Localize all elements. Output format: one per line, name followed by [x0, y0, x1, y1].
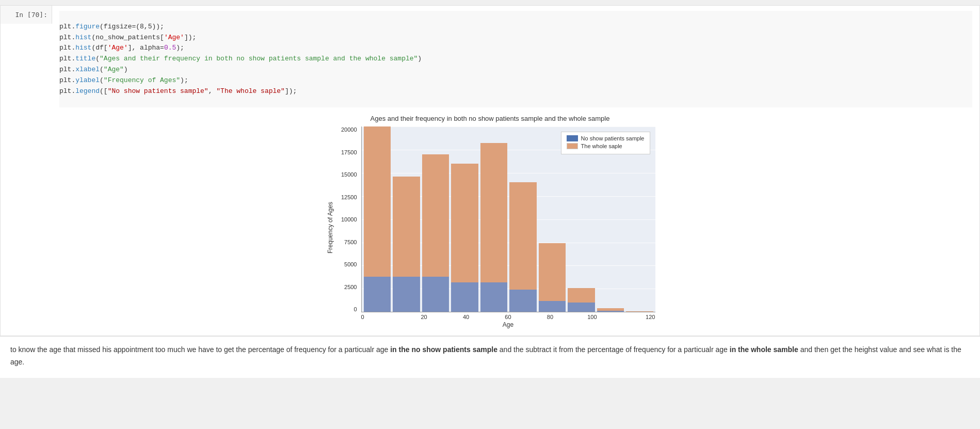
bar-group-4 — [479, 126, 509, 312]
x-tick-100: 100 — [571, 314, 613, 320]
x-axis-label: Age — [361, 321, 655, 328]
y-tick-17500: 17500 — [341, 149, 359, 155]
chart-wrapper: Ages and their frequency in both no show… — [325, 115, 655, 328]
code-line-5: plt.xlabel("Age") — [59, 66, 128, 73]
x-ticks-row: 0 20 40 60 80 100 120 — [361, 314, 655, 320]
y-tick-0: 0 — [354, 306, 359, 312]
text-middle: and the subtract it from the percentage … — [497, 345, 730, 354]
code-line-1: plt.figure(figsize=(8,5)); — [59, 23, 164, 30]
bar-fg-4 — [480, 282, 508, 312]
notebook-container: In [70]: plt.figure(figsize=(8,5)); plt.… — [0, 0, 980, 383]
text-bold-1: in the no show patients sample — [390, 345, 497, 354]
bar-group-8 — [596, 126, 625, 312]
x-tick-40: 40 — [445, 314, 487, 320]
code-block: plt.figure(figsize=(8,5)); plt.hist(no_s… — [59, 11, 972, 107]
code-line-2: plt.hist(no_show_patients['Age']); — [59, 34, 196, 41]
y-tick-2500: 2500 — [344, 284, 359, 290]
y-tick-12500: 12500 — [341, 194, 359, 200]
x-tick-0: 0 — [361, 314, 403, 320]
chart-title: Ages and their frequency in both no show… — [371, 115, 610, 122]
cell-row: In [70]: plt.figure(figsize=(8,5)); plt.… — [1, 6, 979, 113]
cell-content: plt.figure(figsize=(8,5)); plt.hist(no_s… — [52, 6, 979, 113]
text-bold-2: in the whole samble — [730, 345, 798, 354]
code-line-6: plt.ylabel("Frequency of Ages"); — [59, 76, 188, 84]
y-tick-20000: 20000 — [341, 126, 359, 133]
bar-group-9 — [625, 126, 654, 312]
bars-container — [362, 126, 655, 312]
output-area: Ages and their frequency in both no show… — [1, 113, 979, 336]
bar-fg-7 — [568, 303, 595, 312]
description-paragraph: to know the age that missed his appointm… — [10, 344, 970, 369]
x-tick-80: 80 — [529, 314, 571, 320]
text-cell: to know the age that missed his appointm… — [0, 336, 980, 378]
bar-group-7 — [567, 126, 596, 312]
y-tick-7500: 7500 — [344, 239, 359, 245]
bar-group-2 — [421, 126, 451, 312]
bar-fg-1 — [393, 277, 420, 312]
code-line-7: plt.legend(["No show patients sample", "… — [59, 87, 297, 95]
bar-fg-0 — [364, 277, 391, 312]
bar-fg-8 — [597, 311, 624, 312]
bar-bg-9 — [626, 311, 653, 312]
bar-fg-6 — [539, 301, 566, 312]
y-tick-10000: 10000 — [341, 216, 359, 223]
cell-label: In [70]: — [1, 6, 52, 24]
y-tick-15000: 15000 — [341, 171, 359, 178]
y-tick-5000: 5000 — [344, 261, 359, 267]
x-tick-60: 60 — [487, 314, 529, 320]
bar-fg-2 — [422, 277, 449, 312]
bar-group-5 — [508, 126, 538, 312]
text-before-link: to know the age that missed his appointm… — [10, 345, 390, 354]
x-tick-20: 20 — [403, 314, 445, 320]
bar-fg-5 — [509, 290, 537, 312]
bar-group-6 — [538, 126, 567, 312]
bar-fg-3 — [451, 282, 478, 312]
code-cell: In [70]: plt.figure(figsize=(8,5)); plt.… — [0, 5, 980, 336]
code-line-4: plt.title("Ages and their frequency in b… — [59, 55, 422, 62]
bar-group-0 — [363, 126, 392, 312]
x-tick-120: 120 — [613, 314, 655, 320]
code-line-3: plt.hist(df['Age'], alpha=0.5); — [59, 44, 184, 52]
bar-group-3 — [450, 126, 479, 312]
y-axis-label: Frequency of Ages — [325, 126, 335, 328]
bar-group-1 — [392, 126, 421, 312]
